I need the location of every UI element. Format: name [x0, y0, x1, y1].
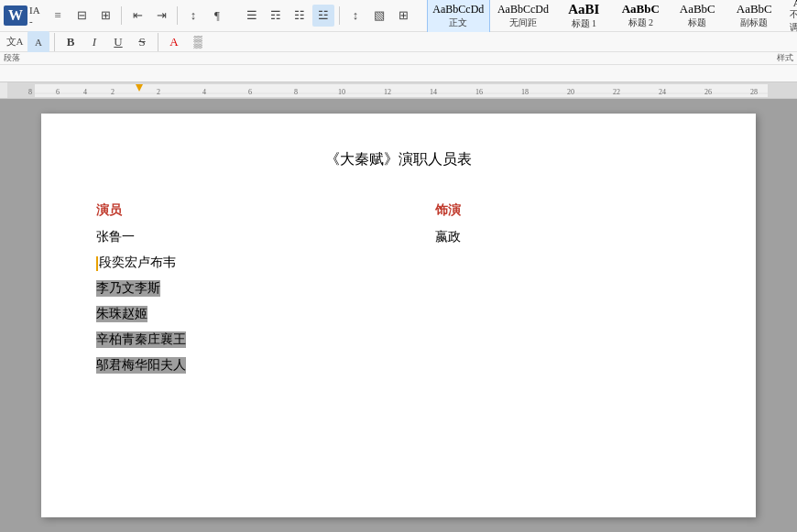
svg-text:4: 4 [202, 88, 206, 96]
table-row: 张鲁一 嬴政 [96, 224, 701, 250]
separator-2 [177, 6, 178, 25]
ribbon: W IA - ≡ ⊟ ⊞ ⇤ ⇥ ↕ ¶ ☰ ☶ ☷ ☳ ↕ ▧ [0, 0, 797, 82]
char-shading-icon[interactable]: ▒ [187, 31, 209, 53]
increase-indent-icon[interactable]: ⇥ [150, 5, 172, 27]
table-row: 邬君梅华阳夫人 [96, 353, 701, 378]
svg-text:12: 12 [384, 88, 391, 96]
format-row: 文A A B I U S A ▒ [0, 32, 797, 52]
style-emph-label: 不明显强调 [790, 8, 797, 34]
para-group-label: 段落 [4, 52, 20, 64]
justify-icon[interactable]: ☳ [312, 5, 334, 27]
style-no-spacing-btn[interactable]: AaBbCcDd 无间距 [492, 0, 555, 36]
underline-icon[interactable]: U [107, 31, 129, 53]
style-emph-btn[interactable]: AaBbCcI 不明显强调 [783, 0, 797, 36]
separator-1 [121, 6, 122, 25]
show-hide-icon[interactable]: ¶ [206, 5, 228, 27]
word-logo: W [4, 5, 27, 26]
style-title-btn[interactable]: AaBbC 副标题 [726, 0, 781, 36]
strikethrough-icon[interactable]: S [131, 31, 153, 53]
table-header-row: 演员 饰演 [96, 197, 701, 224]
svg-text:18: 18 [521, 88, 529, 96]
svg-text:24: 24 [659, 88, 666, 96]
text-cursor [96, 256, 98, 271]
style-h2-btn[interactable]: AaBbC 标题 2 [613, 0, 668, 36]
align-center-icon[interactable]: ☶ [265, 5, 287, 27]
svg-text:28: 28 [750, 88, 758, 96]
cast-table: 演员 饰演 张鲁一 嬴政 段奕宏卢布韦 [96, 197, 701, 378]
actor-cell: 李乃文李斯 [96, 276, 398, 301]
actor-cell: 张鲁一 [96, 224, 398, 250]
app-logo: W IA - [4, 5, 39, 27]
selected-text: 李乃文李斯 [96, 280, 160, 297]
actor-cell: 辛柏青秦庄襄王 [96, 327, 398, 353]
alignment-icons: ☰ ☶ ☷ ☳ ↕ ▧ ⊞ [241, 5, 414, 27]
style-h1-label: 标题 1 [572, 17, 597, 30]
svg-text:22: 22 [613, 88, 620, 96]
align-right-icon[interactable]: ☷ [289, 5, 311, 27]
ruler-content: 8 6 4 2 2 4 6 8 10 12 14 16 18 20 22 24 … [7, 82, 790, 98]
numbered-list-icon[interactable]: ⊟ [71, 5, 93, 27]
svg-text:8: 8 [294, 88, 298, 96]
sep-f2 [158, 33, 158, 51]
svg-text:20: 20 [567, 88, 574, 96]
selected-text: 邬君梅华阳夫人 [96, 357, 186, 374]
role-cell [398, 250, 701, 276]
style-buttons-area: AaBbCcDd 正文 AaBbCcDd 无间距 AaBI 标题 1 AaBbC… [427, 0, 797, 36]
svg-text:10: 10 [338, 88, 345, 96]
italic-icon[interactable]: I [83, 31, 105, 53]
line-spacing-icon[interactable]: ↕ [344, 5, 366, 27]
style-h3-label: 标题 [688, 16, 706, 29]
text-color-icon[interactable]: A [163, 31, 185, 53]
sort-icon[interactable]: ↕ [182, 5, 204, 27]
svg-text:6: 6 [56, 88, 60, 96]
borders-icon[interactable]: ⊞ [392, 5, 414, 27]
table-row: 段奕宏卢布韦 [96, 250, 701, 276]
style-no-spacing-preview: AaBbCcDd [497, 3, 549, 16]
selected-text: 辛柏青秦庄襄王 [96, 331, 186, 348]
app-title: IA - [29, 5, 39, 27]
style-h3-btn[interactable]: AaBbC 标题 [670, 0, 725, 36]
text-highlight-icon[interactable]: A [27, 31, 49, 53]
decrease-indent-icon[interactable]: ⇤ [126, 5, 148, 27]
selected-text: 朱珠赵姬 [96, 306, 147, 322]
role-cell [398, 327, 701, 353]
table-row: 李乃文李斯 [96, 276, 701, 301]
bullet-list-icon[interactable]: ≡ [47, 5, 69, 27]
style-no-spacing-label: 无间距 [509, 16, 537, 29]
font-icon[interactable]: 文A [4, 31, 26, 53]
svg-text:26: 26 [704, 88, 712, 96]
style-h3-preview: AaBbC [680, 2, 715, 16]
shading-icon[interactable]: ▧ [368, 5, 390, 27]
style-emph-preview: AaBbCcI [793, 0, 797, 8]
actor-cell: 段奕宏卢布韦 [96, 250, 398, 276]
actor-cell: 邬君梅华阳夫人 [96, 353, 398, 378]
col-actor-header: 演员 [96, 197, 398, 224]
document-page: 《大秦赋》演职人员表 演员 饰演 张鲁一 嬴政 段奕宏卢布韦 [41, 114, 756, 517]
role-cell [398, 353, 701, 378]
bold-icon[interactable]: B [60, 31, 82, 53]
role-cell [398, 276, 701, 301]
paragraph-icons: ≡ ⊟ ⊞ ⇤ ⇥ ↕ ¶ [47, 5, 228, 27]
svg-rect-1 [35, 84, 768, 97]
style-h2-label: 标题 2 [628, 16, 654, 29]
group-labels-row: 段落 样式 [0, 52, 797, 65]
svg-text:16: 16 [475, 88, 483, 96]
style-title-label: 副标题 [740, 16, 768, 29]
style-h1-btn[interactable]: AaBI 标题 1 [556, 0, 611, 36]
svg-text:4: 4 [83, 88, 87, 96]
svg-text:2: 2 [157, 88, 160, 96]
role-cell [398, 301, 701, 327]
multilevel-list-icon[interactable]: ⊞ [94, 5, 116, 27]
col-role-header: 饰演 [398, 197, 701, 224]
align-left-icon[interactable]: ☰ [241, 5, 263, 27]
table-row: 辛柏青秦庄襄王 [96, 327, 701, 353]
separator-4 [339, 6, 340, 25]
style-normal-btn[interactable]: AaBbCcDd 正文 [427, 0, 490, 36]
document-area[interactable]: 《大秦赋》演职人员表 演员 饰演 张鲁一 嬴政 段奕宏卢布韦 [0, 99, 797, 532]
actor-text: 段奕宏卢布韦 [99, 255, 176, 269]
styles-group-label: 样式 [777, 52, 793, 64]
style-normal-label: 正文 [449, 16, 467, 29]
style-h1-preview: AaBI [568, 2, 599, 17]
document-title: 《大秦赋》演职人员表 [96, 150, 701, 169]
style-h2-preview: AaBbC [622, 2, 660, 16]
